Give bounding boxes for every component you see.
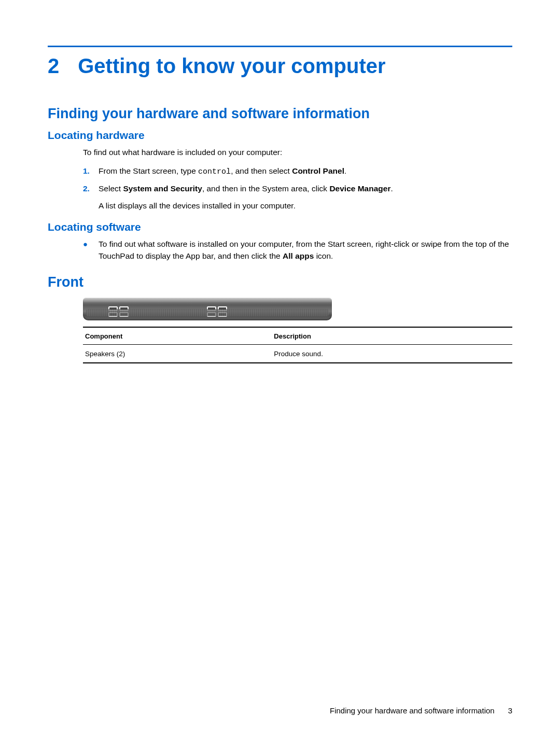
footer-text: Finding your hardware and software infor… xyxy=(330,706,495,715)
step-text: From the Start screen, type control, and… xyxy=(99,165,512,178)
step-subtext: A list displays all the devices installe… xyxy=(99,200,512,212)
bold-text: All apps xyxy=(283,251,314,260)
chapter-number: 2 xyxy=(48,54,59,78)
speaker-callout-icon xyxy=(205,306,228,318)
bullet-text: To find out what software is installed o… xyxy=(99,238,512,262)
section-heading: Front xyxy=(48,274,512,290)
bullet-item: ● To find out what software is installed… xyxy=(83,238,512,262)
text-fragment: From the Start screen, type xyxy=(99,166,198,175)
speaker-callout-icon xyxy=(107,306,130,318)
code-text: control xyxy=(198,167,231,176)
bullet-marker: ● xyxy=(83,238,99,262)
text-fragment: , and then in the System area, click xyxy=(202,184,330,193)
text-fragment: . xyxy=(344,166,346,175)
step-item: 2. Select System and Security, and then … xyxy=(83,183,512,212)
step-number: 1. xyxy=(83,165,99,178)
intro-text: To find out what hardware is included on… xyxy=(83,147,512,158)
component-table: Component Description Speakers (2) Produ… xyxy=(83,327,512,363)
step-number: 2. xyxy=(83,183,99,212)
text-fragment: . xyxy=(390,184,393,193)
page-footer: Finding your hardware and software infor… xyxy=(330,706,512,715)
text-fragment: icon. xyxy=(314,251,333,260)
page-content: 2 Getting to know your computer Finding … xyxy=(0,0,560,363)
subsection-heading: Locating software xyxy=(48,221,512,233)
table-row: Speakers (2) Produce sound. xyxy=(83,345,512,363)
front-view-illustration xyxy=(83,298,332,320)
bold-text: Control Panel xyxy=(292,166,344,175)
subsection-heading: Locating hardware xyxy=(48,129,512,142)
page-number: 3 xyxy=(508,706,512,715)
table-cell: Produce sound. xyxy=(272,345,512,363)
bold-text: Device Manager xyxy=(329,184,390,193)
horizontal-rule xyxy=(48,46,512,47)
section-heading: Finding your hardware and software infor… xyxy=(48,106,512,122)
table-cell: Speakers (2) xyxy=(83,345,272,363)
table-header: Component xyxy=(83,327,272,345)
bold-text: System and Security xyxy=(123,184,202,193)
chapter-title: Getting to know your computer xyxy=(78,54,385,78)
table-header: Description xyxy=(272,327,512,345)
chapter-heading: 2 Getting to know your computer xyxy=(48,54,512,78)
text-fragment: Select xyxy=(99,184,123,193)
step-item: 1. From the Start screen, type control, … xyxy=(83,165,512,178)
step-text: Select System and Security, and then in … xyxy=(99,183,512,212)
text-fragment: , and then select xyxy=(231,166,292,175)
